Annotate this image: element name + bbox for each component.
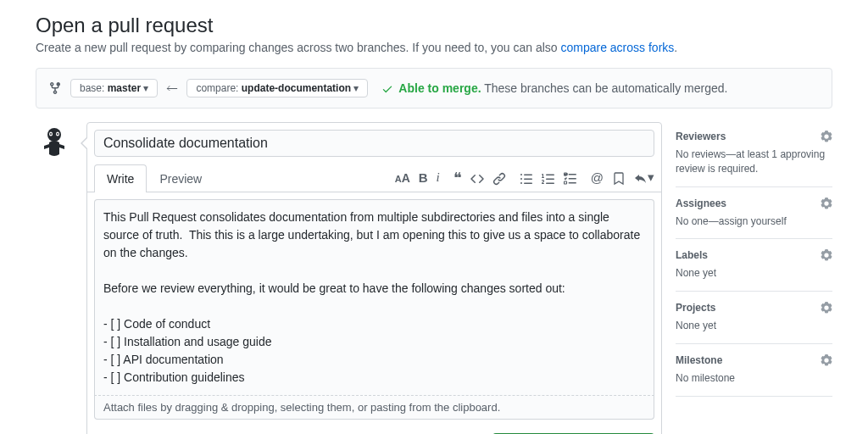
svg-point-4	[57, 133, 58, 135]
pr-title-input[interactable]	[94, 130, 654, 157]
gear-icon[interactable]	[821, 249, 832, 261]
gear-icon[interactable]	[821, 131, 832, 142]
attach-hint[interactable]: Attach files by dragging & dropping, sel…	[94, 396, 654, 420]
code-icon[interactable]	[470, 170, 484, 185]
page-title: Open a pull request	[36, 14, 832, 37]
bold-icon[interactable]: B	[419, 170, 428, 185]
branch-compare-bar: base: master ▾ 🡐 compare: update-documen…	[36, 68, 832, 108]
page-subtitle: Create a new pull request by comparing c…	[36, 41, 832, 54]
sidebar-projects: Projects None yet	[676, 292, 832, 344]
compare-forks-link[interactable]: compare across forks	[560, 41, 674, 54]
svg-point-3	[50, 133, 52, 135]
task-list-icon[interactable]	[564, 170, 577, 185]
sidebar-milestone: Milestone No milestone	[676, 344, 832, 397]
italic-icon[interactable]: i	[437, 170, 440, 185]
pr-body-textarea[interactable]: This Pull Request consolidates documenta…	[94, 199, 654, 396]
check-icon	[381, 83, 393, 95]
reply-icon[interactable]: ▾	[634, 170, 654, 185]
formatting-toolbar: AA B i ❝	[395, 169, 654, 187]
assign-yourself-link[interactable]: assign yourself	[719, 215, 787, 227]
pr-composer: Write Preview AA B i ❝	[86, 122, 662, 434]
sidebar-assignees: Assignees No one—assign yourself	[676, 187, 832, 240]
avatar	[36, 122, 73, 159]
sidebar-reviewers: Reviewers No reviews—at least 1 approvin…	[676, 122, 832, 187]
tab-write[interactable]: Write	[94, 164, 147, 192]
ordered-list-icon[interactable]	[542, 170, 555, 185]
tab-preview[interactable]: Preview	[147, 164, 214, 192]
sidebar-labels: Labels None yet	[676, 239, 832, 292]
quote-icon[interactable]: ❝	[453, 169, 462, 187]
merge-status: Able to merge.	[398, 81, 481, 95]
reference-icon[interactable]	[612, 170, 626, 185]
merge-description: These branches can be automatically merg…	[484, 81, 727, 95]
gear-icon[interactable]	[821, 354, 832, 366]
arrow-left-icon: 🡐	[166, 81, 178, 95]
heading-icon[interactable]: AA	[395, 171, 410, 185]
link-icon[interactable]	[492, 170, 506, 185]
unordered-list-icon[interactable]	[520, 170, 533, 185]
gear-icon[interactable]	[821, 198, 832, 209]
gear-icon[interactable]	[821, 302, 832, 314]
base-branch-button[interactable]: base: master ▾	[70, 79, 158, 97]
compare-branch-button[interactable]: compare: update-documentation ▾	[186, 79, 368, 97]
mention-icon[interactable]: @	[591, 170, 604, 185]
git-compare-icon	[48, 81, 62, 95]
